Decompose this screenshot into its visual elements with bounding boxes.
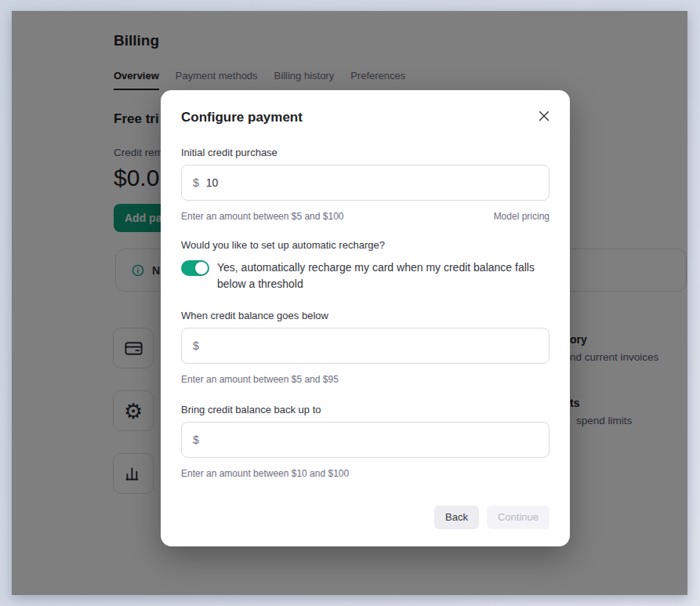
- auto-recharge-row: Yes, automatically recharge my card when…: [181, 259, 549, 292]
- close-icon[interactable]: [535, 107, 553, 125]
- modal-actions: Back Continue: [181, 506, 549, 529]
- modal-title: Configure payment: [181, 109, 303, 125]
- toggle-knob: [195, 262, 208, 274]
- recharge-to-helper-row: Enter an amount between $10 and $100: [181, 468, 549, 479]
- threshold-field[interactable]: $: [181, 328, 549, 364]
- threshold-input[interactable]: [206, 339, 538, 352]
- initial-purchase-helper-text: Enter an amount between $5 and $100: [181, 211, 344, 222]
- dollar-prefix: $: [193, 339, 199, 352]
- recharge-to-input[interactable]: [206, 434, 538, 446]
- initial-credit-purchase-input[interactable]: [206, 176, 538, 189]
- initial-credit-purchase-field[interactable]: $: [181, 165, 549, 201]
- auto-recharge-toggle[interactable]: [181, 260, 209, 276]
- initial-purchase-helper-row: Enter an amount between $5 and $100 Mode…: [181, 211, 549, 222]
- auto-recharge-description: Yes, automatically recharge my card when…: [217, 259, 549, 292]
- threshold-label: When credit balance goes below: [181, 310, 549, 322]
- recharge-to-label: Bring credit balance back up to: [181, 405, 549, 416]
- auto-recharge-question-label: Would you like to set up automatic recha…: [181, 240, 549, 252]
- threshold-helper-row: Enter an amount between $5 and $95: [181, 374, 549, 385]
- back-button[interactable]: Back: [434, 506, 479, 529]
- model-pricing-link[interactable]: Model pricing: [494, 211, 549, 222]
- dollar-prefix: $: [193, 434, 199, 446]
- initial-credit-purchase-label: Initial credit purchase: [181, 147, 549, 159]
- dollar-prefix: $: [193, 176, 199, 189]
- screenshot-root: Billing Overview Payment methods Billing…: [0, 0, 700, 606]
- recharge-to-helper-text: Enter an amount between $10 and $100: [181, 468, 349, 479]
- recharge-to-field[interactable]: $: [181, 422, 549, 458]
- configure-payment-modal: Configure payment Initial credit purchas…: [161, 90, 570, 546]
- threshold-helper-text: Enter an amount between $5 and $95: [181, 374, 339, 385]
- continue-button[interactable]: Continue: [487, 506, 549, 529]
- modal-header: Configure payment: [181, 109, 549, 125]
